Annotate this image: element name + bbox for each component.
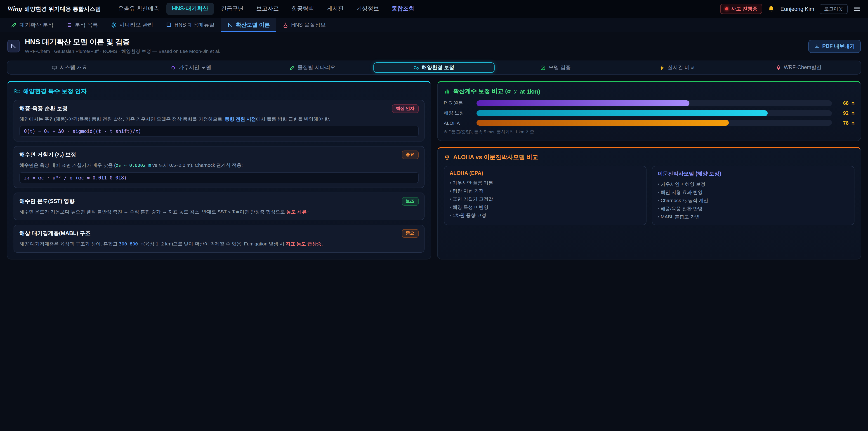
incident-status-label: 사고 진행중 xyxy=(731,5,757,12)
section-tab-gaussian-model[interactable]: 가우시안 모델 xyxy=(130,62,252,73)
card-body: 해수면은 육상 대비 표면 거칠기가 매우 낮음 (z₀ ≈ 0.0002 m … xyxy=(20,162,418,169)
panel-title: ALOHA vs 이문진박사모델 비교 xyxy=(444,153,855,161)
section-tab-label: 모델 검증 xyxy=(549,64,571,71)
wing-logo: Wing xyxy=(7,5,22,12)
pdf-export-button[interactable]: PDF 내보내기 xyxy=(808,39,861,53)
body-text: 해수면 온도가 기온보다 높으면 열적 불안정 촉진 → 수직 혼합 증가 → … xyxy=(20,209,286,214)
status-dot-icon xyxy=(725,7,728,10)
wave-icon xyxy=(414,65,419,70)
book-icon xyxy=(166,22,172,28)
page-header: HNS 대기확산 모델 이론 및 검증 WRF-Chem · Gaussian … xyxy=(0,32,868,59)
sub-navigation: 대기확산 분석 분석 목록 시나리오 관리 HNS 대응매뉴얼 확산모델 이론 … xyxy=(0,18,868,32)
menu-emergency-rescue[interactable]: 긴급구난 xyxy=(216,3,249,15)
bar-track xyxy=(476,120,832,126)
bar-fill xyxy=(476,120,729,126)
tab-diffusion-model-theory[interactable]: 확산모델 이론 xyxy=(221,18,276,32)
menu-aerial-search[interactable]: 항공탐색 xyxy=(286,3,320,15)
monitor-icon xyxy=(52,65,57,70)
flask-icon xyxy=(283,22,288,28)
triangle-ruler-icon xyxy=(227,22,233,28)
section-tab-realtime-comparison[interactable]: 실시간 비교 xyxy=(616,62,738,73)
tab-label: 분석 목록 xyxy=(75,21,98,29)
section-tab-substance-scenarios[interactable]: 물질별 시나리오 xyxy=(252,62,373,73)
body-highlight: 농도 체류↑ xyxy=(286,209,309,214)
main-content: 해양환경 특수 보정 인자 해풍·육풍 순환 보정 핵심 인자 해안에서는 주간… xyxy=(7,81,861,259)
hamburger-menu-button[interactable] xyxy=(853,5,861,13)
compare-bullet: 가우시안 + 해양 보정 xyxy=(658,180,849,188)
menu-integrated-search[interactable]: 통합조회 xyxy=(386,3,420,15)
tab-label: HNS 물질정보 xyxy=(291,21,326,29)
tab-dispersion-analysis[interactable]: 대기확산 분석 xyxy=(4,18,60,32)
body-highlight: z₀ ≈ 0.0002 m xyxy=(116,163,151,168)
card-body: 해수면 온도가 기온보다 높으면 열적 불안정 촉진 → 수직 혼합 증가 → … xyxy=(20,208,418,215)
menu-weather-info[interactable]: 기상정보 xyxy=(351,3,384,15)
bar-fill xyxy=(476,110,768,116)
pencil-icon xyxy=(11,22,17,28)
circle-icon xyxy=(170,65,176,70)
bar-fill xyxy=(476,100,690,106)
menu-reports[interactable]: 보고자료 xyxy=(251,3,284,15)
bolt-icon xyxy=(659,65,665,70)
card-title: 해풍·육풍 순환 보정 xyxy=(20,105,68,113)
tab-scenario-management[interactable]: 시나리오 관리 xyxy=(104,18,160,32)
compare-bullet-list: 가우시안 플룸 기본 평탄 지형 가정 표면 거칠기 고정값 해양 특성 미반영… xyxy=(450,179,641,219)
bar-label: P-G 원본 xyxy=(444,100,472,106)
app-logo[interactable]: Wing 해양환경 위기대응 통합시스템 xyxy=(7,5,101,13)
logout-button[interactable]: 로그아웃 xyxy=(819,4,848,14)
body-text: . xyxy=(309,209,310,214)
compare-bullet: MABL 혼합고 가변 xyxy=(658,212,849,221)
section-tab-model-validation[interactable]: 모델 검증 xyxy=(495,62,616,73)
section-tab-system-overview[interactable]: 시스템 개요 xyxy=(8,62,130,73)
tab-analysis-list[interactable]: 분석 목록 xyxy=(60,18,104,32)
compare-bullet: 1차원 풍향 고정 xyxy=(450,211,641,219)
tab-label: 대기확산 분석 xyxy=(20,21,54,29)
bar-label: 해양 보정 xyxy=(444,110,472,116)
card-title: 해수면 거칠기 (z₀) 보정 xyxy=(20,151,76,159)
download-icon xyxy=(814,43,819,49)
bar-chart-icon xyxy=(444,88,450,94)
compare-bullet: 해양 특성 미반영 xyxy=(450,203,641,211)
triangle-ruler-icon xyxy=(10,43,17,49)
comparison-grid: ALOHA (EPA) 가우시안 플룸 기본 평탄 지형 가정 표면 거칠기 고… xyxy=(444,166,855,225)
page-title: HNS 대기확산 모델 이론 및 검증 xyxy=(25,37,220,47)
tab-hns-manual[interactable]: HNS 대응매뉴얼 xyxy=(160,18,221,32)
page-icon xyxy=(7,40,20,53)
tab-label: 시나리오 관리 xyxy=(119,21,153,29)
card-body: 해양 대기경계층은 육상과 구조가 상이. 혼합고 300~800 m(육상 1… xyxy=(20,240,418,247)
chart-footnote: ※ D등급(중립), 풍속 5 m/s, 풍하거리 1 km 기준 xyxy=(444,129,855,135)
card-head: 해상 대기경계층(MABL) 구조 중요 xyxy=(20,229,418,238)
section-tab-label: 가우시안 모델 xyxy=(179,64,211,71)
list-icon xyxy=(66,22,72,28)
correction-card-mabl: 해상 대기경계층(MABL) 구조 중요 해양 대기경계층은 육상과 구조가 상… xyxy=(13,225,424,252)
incident-status-badge[interactable]: 사고 진행중 xyxy=(720,4,762,14)
leemoonjin-model-box: 이문진박사모델 (해양 보정) 가우시안 + 해양 보정 해안 지형 효과 반영… xyxy=(652,166,855,225)
page-subtitle: WRF-Chem · Gaussian Plume/Puff · ROMS · … xyxy=(25,49,220,55)
sigma-comparison-panel: 확산계수 보정 비교 (σy at 1km) P-G 원본 68 m 해양 보정… xyxy=(437,81,861,141)
section-tab-wrf-chem[interactable]: WRF-Chem발전 xyxy=(738,62,860,73)
bar-track xyxy=(476,100,832,106)
menu-oil-spill-prediction[interactable]: 유출유 확산예측 xyxy=(113,3,165,15)
card-head: 해풍·육풍 순환 보정 핵심 인자 xyxy=(20,104,418,113)
section-tab-marine-correction[interactable]: 해양환경 보정 xyxy=(373,62,495,73)
compare-bullet-list: 가우시안 + 해양 보정 해안 지형 효과 반영 Charnock z₀ 동적 … xyxy=(658,180,849,221)
marine-correction-panel: 해양환경 특수 보정 인자 해풍·육풍 순환 보정 핵심 인자 해안에서는 주간… xyxy=(7,81,431,259)
panel-title-text: ALOHA vs 이문진박사모델 비교 xyxy=(453,153,538,161)
importance-badge: 중요 xyxy=(402,229,418,238)
body-text: vs 도시 0.5~2.0 m). Charnock 관계식 적용: xyxy=(151,162,243,168)
importance-badge: 보조 xyxy=(402,197,418,206)
main-menu: 유출유 확산예측 HNS·대기확산 긴급구난 보고자료 항공탐색 게시판 기상정… xyxy=(113,3,420,15)
panel-title-text: 확산계수 보정 비교 (σ xyxy=(453,87,511,95)
menu-hns-atmospheric[interactable]: HNS·대기확산 xyxy=(166,3,214,15)
tab-hns-substance-info[interactable]: HNS 물질정보 xyxy=(276,18,332,32)
tab-label: 확산모델 이론 xyxy=(236,21,270,29)
section-tab-label: 실시간 비교 xyxy=(668,64,695,71)
panel-title-text: at 1km) xyxy=(520,88,540,95)
panel-title: 해양환경 특수 보정 인자 xyxy=(13,87,424,95)
notifications-button[interactable] xyxy=(768,5,775,12)
compare-bullet: 평탄 지형 가정 xyxy=(450,187,641,195)
app-title: 해양환경 위기대응 통합시스템 xyxy=(24,5,101,13)
menu-board[interactable]: 게시판 xyxy=(321,3,349,15)
correction-card-sst: 해수면 온도(SST) 영향 보조 해수면 온도가 기온보다 높으면 열적 불안… xyxy=(13,192,424,220)
topnav-right-cluster: 사고 진행중 Eunjeong Kim 로그아웃 xyxy=(720,4,861,14)
correction-card-seabreeze: 해풍·육풍 순환 보정 핵심 인자 해안에서는 주간(해풍)·야간(육풍) 풍향… xyxy=(13,100,424,142)
